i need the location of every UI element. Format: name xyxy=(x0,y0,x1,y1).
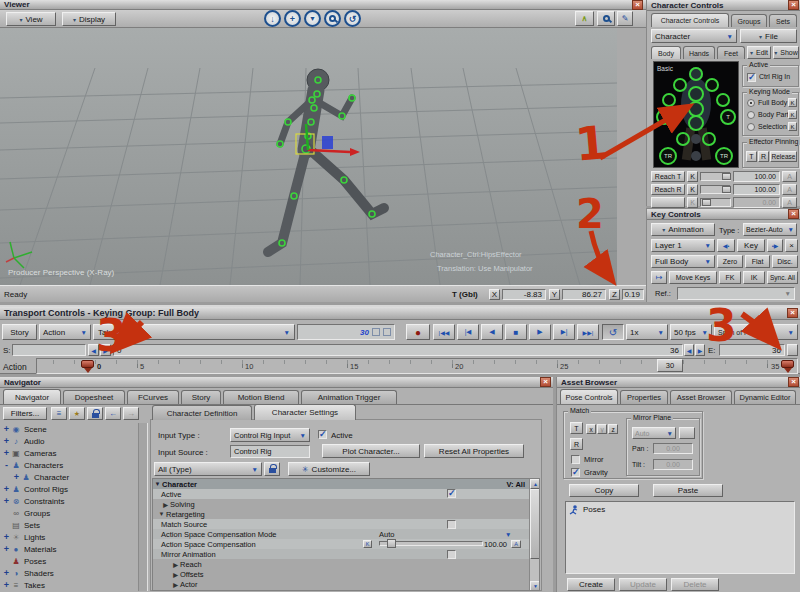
tree-item-characters[interactable]: -♟Characters xyxy=(2,459,63,471)
reach-r-slider-thumb[interactable] xyxy=(722,186,731,193)
asset-browser-close-button[interactable]: × xyxy=(788,377,799,387)
filters-button[interactable]: Filters... xyxy=(3,407,47,420)
z-value-field[interactable]: 0.19 xyxy=(622,289,644,300)
show-menu-button[interactable]: ▾Show xyxy=(773,46,799,59)
active-checkbox[interactable]: ✓ xyxy=(447,489,456,498)
view-menu-button[interactable]: ▾View xyxy=(6,12,56,26)
input-active-checkbox[interactable]: ✓ xyxy=(318,430,327,439)
grid-row-active[interactable]: Active✓ xyxy=(153,489,540,499)
frame-spin-left[interactable]: ◀ xyxy=(88,344,99,356)
dropdown-arrow-icon[interactable]: ▼ xyxy=(505,531,511,538)
match-r-button[interactable]: R xyxy=(570,438,583,450)
expander[interactable]: + xyxy=(2,496,11,506)
take-dropdown[interactable]: Take 001▼ xyxy=(93,324,295,340)
expander[interactable]: + xyxy=(12,472,21,482)
x-value-field[interactable]: -8.83 xyxy=(502,289,546,300)
match-source-checkbox[interactable] xyxy=(447,520,456,529)
mirror-checkbox[interactable] xyxy=(571,455,580,464)
grid-row-solving[interactable]: ▶Solving xyxy=(153,499,540,509)
tree-item-shaders[interactable]: +◑Shaders xyxy=(2,567,54,579)
tab-animation-trigger[interactable]: Animation Trigger xyxy=(301,390,397,404)
grid-row-retargeting[interactable]: ▼Retargeting xyxy=(153,509,540,519)
timeline-ruler[interactable]: 5 10 15 20 25 30 35 0 xyxy=(36,358,798,374)
tree-item-scene[interactable]: +◉Scene xyxy=(2,423,47,435)
reach-t-value[interactable]: 100.00 xyxy=(733,171,780,182)
tab-feet[interactable]: Feet xyxy=(717,46,745,59)
customize-button[interactable]: ✳Customize... xyxy=(288,462,370,476)
pen-tool-button[interactable]: ✎ xyxy=(617,11,633,26)
keying-range-icon-button[interactable]: ↦ xyxy=(651,271,667,284)
grid-header-row[interactable]: ▼CharacterV: All xyxy=(153,479,540,489)
tree-item-cameras[interactable]: +▣Cameras xyxy=(2,447,56,459)
gravity-checkbox[interactable]: ✓ xyxy=(571,468,580,477)
span-dropdown[interactable]: Span of Frames▼ xyxy=(714,324,798,340)
ctrl-rig-in-checkbox[interactable]: ✓ xyxy=(747,73,756,82)
selection-k-button[interactable]: K xyxy=(788,122,797,131)
full-body-radio[interactable] xyxy=(747,99,755,107)
playhead-marker[interactable] xyxy=(81,360,94,368)
y-axis-button[interactable]: Y xyxy=(549,289,560,300)
grid-row-floor-contacts[interactable]: ▶Floor Contacts xyxy=(153,589,540,591)
expander[interactable]: + xyxy=(2,580,11,590)
discontinuity-button[interactable]: Disc. xyxy=(772,255,798,268)
viewer-close-button[interactable]: × xyxy=(632,0,643,10)
match-z-button[interactable]: z xyxy=(608,424,618,434)
reach-r-value[interactable]: 100.00 xyxy=(733,184,780,195)
tab-body[interactable]: Body xyxy=(651,46,681,59)
file-menu-button[interactable]: ▾File xyxy=(740,29,797,43)
tab-pose-controls[interactable]: Pose Controls xyxy=(560,389,618,404)
pin-r-button[interactable]: R xyxy=(758,151,769,162)
display-frames-icon[interactable] xyxy=(372,328,380,336)
expander[interactable]: + xyxy=(2,544,11,554)
end-range-marker[interactable] xyxy=(781,360,794,368)
sync-all-button[interactable]: Sync. All xyxy=(767,271,798,284)
list-view-icon[interactable]: ≡ xyxy=(51,407,67,420)
grid-row-asc[interactable]: Action Space Compensation K 100.00 A xyxy=(153,539,540,549)
property-filter-dropdown[interactable]: All (Type)▼ xyxy=(154,462,262,476)
zoom-icon[interactable] xyxy=(324,10,341,27)
tab-sets[interactable]: Sets xyxy=(769,14,797,27)
reach-t-slider[interactable] xyxy=(700,172,731,181)
go-to-start-button[interactable]: |◀◀ xyxy=(433,324,455,340)
asc-a-button[interactable]: A xyxy=(511,540,521,548)
reach-t-button[interactable]: Reach T xyxy=(651,171,685,182)
expander[interactable]: + xyxy=(2,424,11,434)
body-part-k-button[interactable]: K xyxy=(788,110,797,119)
reach-r-slider[interactable] xyxy=(700,185,731,194)
tab-dopesheet[interactable]: Dopesheet xyxy=(63,390,125,404)
ik-button[interactable]: IK xyxy=(743,271,765,284)
paste-button[interactable]: Paste xyxy=(653,484,723,497)
ref-dropdown[interactable]: ▼ xyxy=(677,287,795,300)
tree-item-lights[interactable]: +☀Lights xyxy=(2,531,45,543)
animation-menu-button[interactable]: ▾Animation xyxy=(651,223,715,236)
end-frame-field[interactable]: 36 xyxy=(719,344,785,356)
grid-row-mirror-animation[interactable]: Mirror Animation xyxy=(153,549,540,559)
tree-item-control-rigs[interactable]: +♟Control Rigs xyxy=(2,483,68,495)
grid-row-offsets[interactable]: ▶Offsets xyxy=(153,569,540,579)
viewport[interactable]: Producer Perspective (X-Ray) Character_C… xyxy=(0,28,617,285)
tab-character-settings[interactable]: Character Settings xyxy=(254,404,356,420)
tab-navigator[interactable]: Navigator xyxy=(3,389,61,404)
frame-spin-right[interactable]: ▶ xyxy=(100,344,111,356)
tree-item-constraints[interactable]: +⊗Constraints xyxy=(2,495,64,507)
y-value-field[interactable]: 86.27 xyxy=(562,289,606,300)
reach-r-button[interactable]: Reach R xyxy=(651,184,685,195)
x-axis-button[interactable]: X xyxy=(489,289,500,300)
tree-splitter[interactable] xyxy=(138,423,148,591)
layer-dropdown[interactable]: Layer 1▼ xyxy=(651,239,715,252)
action-dropdown[interactable]: Action▼ xyxy=(39,324,91,340)
tab-character-controls[interactable]: Character Controls xyxy=(651,13,729,27)
tab-fcurves[interactable]: FCurves xyxy=(127,390,179,404)
expander[interactable]: + xyxy=(2,484,11,494)
reset-all-properties-button[interactable]: Reset All Properties xyxy=(424,444,524,458)
rotate-view-icon[interactable]: ↺ xyxy=(344,10,361,27)
grid-row-match-source[interactable]: Match Source xyxy=(153,519,540,529)
zero-button[interactable]: Zero xyxy=(717,255,743,268)
asc-value[interactable]: 100.00 xyxy=(453,540,507,549)
next-key-button[interactable]: •▶ xyxy=(767,239,783,252)
key-controls-close-button[interactable]: × xyxy=(788,209,799,219)
frame-30-indicator[interactable]: 30 xyxy=(657,359,683,372)
reach-r-k-button[interactable]: K xyxy=(687,184,698,195)
record-button[interactable]: ● xyxy=(406,324,430,340)
edit-menu-button[interactable]: ▾Edit xyxy=(747,46,771,59)
